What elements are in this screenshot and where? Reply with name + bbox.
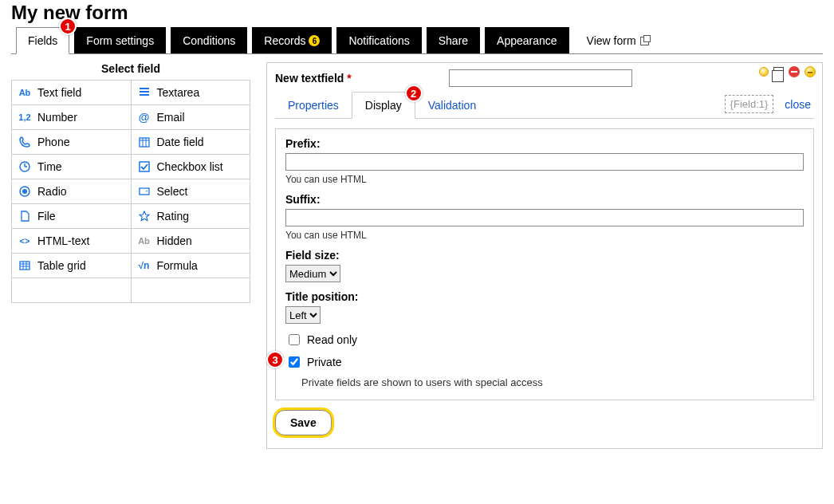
svg-rect-13: [140, 188, 149, 195]
file-icon: [18, 211, 31, 222]
calendar-icon: [138, 136, 151, 148]
callout-3: 3: [266, 351, 284, 368]
field-editor-panel: New textfield * Properties Display 2 Val…: [266, 62, 823, 449]
field-subtabs: Properties Display 2 Validation {Field:1…: [275, 92, 814, 119]
field-type-label: Table grid: [37, 259, 86, 272]
field-type-number[interactable]: 1,2Number: [12, 105, 132, 130]
svg-rect-3: [140, 138, 149, 147]
collapse-icon[interactable]: [804, 66, 816, 77]
subtab-properties[interactable]: Properties: [275, 93, 352, 118]
field-type-label: Time: [37, 160, 62, 173]
field-name-input[interactable]: [449, 69, 632, 87]
prefix-hint: You can use HTML: [285, 174, 804, 185]
tab-records[interactable]: Records 6: [252, 27, 332, 53]
view-form-label: View form: [587, 34, 636, 47]
field-type-label: Text field: [37, 86, 81, 99]
field-type-rating[interactable]: Rating: [132, 204, 251, 229]
tab-label: Notifications: [348, 34, 409, 47]
subtab-label: Display: [365, 99, 402, 112]
callout-1: 1: [59, 18, 77, 35]
close-link[interactable]: close: [785, 98, 811, 111]
field-token[interactable]: {Field:1}: [725, 95, 774, 113]
field-type-phone[interactable]: Phone: [12, 130, 132, 155]
grid-icon: [18, 260, 31, 271]
private-hint: Private fields are shown to users with s…: [301, 376, 804, 388]
suffix-hint: You can use HTML: [285, 230, 804, 241]
tab-label: Form settings: [86, 34, 154, 47]
private-checkbox[interactable]: [289, 356, 300, 368]
field-type-email[interactable]: @Email: [132, 105, 251, 130]
select-field-heading: Select field: [11, 62, 250, 75]
field-type-label: Textarea: [157, 86, 200, 99]
at-icon: @: [138, 111, 151, 124]
select-icon: [138, 186, 151, 197]
titlepos-label: Title position:: [285, 290, 804, 303]
required-mark: *: [347, 72, 351, 85]
checkbox-icon: [138, 161, 151, 172]
field-type-label: Radio: [37, 185, 67, 198]
readonly-label: Read only: [307, 333, 357, 346]
field-type-textarea[interactable]: Textarea: [132, 81, 251, 105]
field-type-grid: AbText field Textarea 1,2Number @Email P…: [11, 80, 250, 303]
copy-icon[interactable]: [773, 67, 784, 77]
field-type-file[interactable]: File: [12, 204, 132, 229]
field-type-time[interactable]: Time: [12, 155, 132, 179]
tab-conditions[interactable]: Conditions: [171, 27, 247, 53]
save-button[interactable]: Save: [275, 410, 332, 435]
field-type-hidden[interactable]: AbHidden: [132, 229, 251, 254]
fieldsize-select[interactable]: Medium: [285, 265, 340, 282]
field-type-label: Rating: [157, 210, 189, 222]
field-type-text[interactable]: AbText field: [12, 81, 132, 105]
field-type-label: Email: [157, 111, 185, 124]
phone-icon: [18, 136, 31, 148]
titlepos-select[interactable]: Left: [285, 306, 321, 324]
field-type-radio[interactable]: Radio: [12, 179, 132, 204]
page-title: My new form: [11, 0, 823, 24]
field-type-label: Date field: [157, 136, 204, 148]
view-form-link[interactable]: View form: [584, 28, 652, 53]
field-type-empty: [12, 278, 132, 303]
radio-icon: [18, 186, 31, 197]
suffix-input[interactable]: [285, 209, 804, 226]
subtab-validation[interactable]: Validation: [415, 93, 489, 118]
field-type-label: Phone: [37, 136, 69, 148]
tab-label: Records: [264, 34, 305, 47]
field-name-label: New textfield *: [275, 72, 352, 85]
delete-icon[interactable]: [789, 66, 800, 77]
tab-appearance[interactable]: Appearance: [485, 27, 569, 53]
tab-share[interactable]: Share: [427, 27, 480, 53]
number-icon: 1,2: [18, 112, 31, 122]
tab-notifications[interactable]: Notifications: [336, 27, 421, 53]
external-link-icon: [640, 37, 649, 45]
tab-form-settings[interactable]: Form settings: [74, 27, 166, 53]
prefix-input[interactable]: [285, 153, 804, 171]
suffix-label: Suffix:: [285, 193, 804, 206]
private-label: Private: [307, 356, 342, 368]
tab-label: Fields: [28, 34, 57, 47]
svg-point-12: [22, 189, 27, 194]
readonly-checkbox[interactable]: [289, 334, 300, 345]
svg-rect-10: [140, 162, 149, 171]
field-type-html[interactable]: <>HTML-text: [12, 229, 132, 254]
field-type-date[interactable]: Date field: [132, 130, 251, 155]
lines-icon: [138, 87, 151, 98]
subtab-display[interactable]: Display 2: [352, 92, 415, 119]
main-tabs: 1 Fields Form settings Conditions Record…: [11, 27, 823, 54]
star-icon: [138, 211, 151, 222]
fieldsize-label: Field size:: [285, 249, 804, 262]
tab-label: Conditions: [183, 34, 235, 47]
field-type-formula[interactable]: √nFormula: [132, 254, 251, 278]
field-type-label: HTML-text: [37, 234, 89, 247]
tab-label: Share: [439, 34, 468, 47]
field-type-checkbox[interactable]: Checkbox list: [132, 155, 251, 179]
svg-rect-14: [20, 262, 30, 270]
records-badge: 6: [309, 35, 320, 46]
hint-icon[interactable]: [759, 67, 769, 77]
tab-label: Appearance: [497, 34, 557, 47]
field-type-label: File: [37, 210, 56, 222]
field-type-select[interactable]: Select: [132, 179, 251, 204]
callout-2: 2: [405, 85, 423, 102]
field-type-empty: [132, 278, 251, 303]
field-type-table-grid[interactable]: Table grid: [12, 254, 132, 278]
prefix-label: Prefix:: [285, 137, 804, 150]
